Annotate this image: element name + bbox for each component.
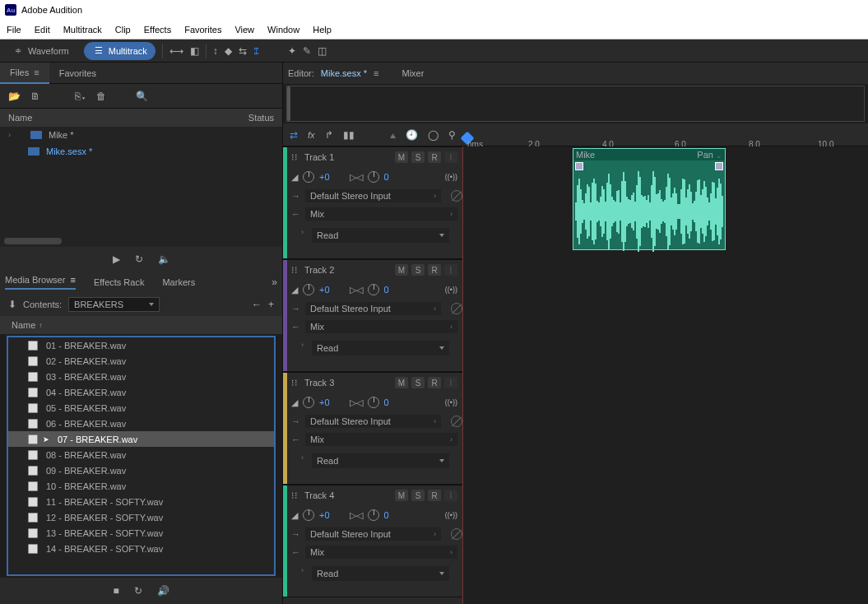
pan-value[interactable]: 0: [384, 285, 389, 295]
tool-time-select-icon[interactable]: Ɪ: [253, 45, 258, 57]
volume-knob[interactable]: [303, 284, 314, 295]
files-name-header[interactable]: Name Status: [0, 109, 282, 127]
a-icon[interactable]: ⟁: [390, 129, 396, 141]
input-dropdown[interactable]: Default Stereo Input›: [305, 415, 441, 428]
volume-knob[interactable]: [303, 171, 314, 183]
file-row-session[interactable]: Mike.sesx *: [0, 143, 282, 160]
timeline-overview[interactable]: [286, 86, 865, 122]
automation-dropdown[interactable]: Read: [312, 453, 449, 468]
browser-item[interactable]: 08 - BREAKER.wav: [8, 447, 274, 462]
track-header[interactable]: ⁝⁝ Track 2 M S R I ◢ +0 ▷◁ 0 ((•)) → Def…: [283, 259, 462, 372]
input-dropdown[interactable]: Default Stereo Input›: [305, 189, 441, 202]
media-browser-tab[interactable]: Media Browser ≡: [5, 275, 76, 290]
browser-item[interactable]: 09 - BREAKER.wav: [8, 462, 274, 478]
phase-icon[interactable]: [451, 416, 462, 427]
solo-button[interactable]: S: [411, 490, 425, 501]
pan-knob[interactable]: [368, 284, 379, 295]
chevron-right-icon[interactable]: ›: [301, 341, 304, 349]
contents-dropdown[interactable]: BREAKERS: [68, 297, 159, 312]
send-icon[interactable]: ↱: [325, 129, 333, 141]
volume-knob[interactable]: [303, 509, 314, 521]
track-header[interactable]: ⁝⁝ Track 4 M S R I ◢ +0 ▷◁ 0 ((•)) → Def…: [283, 485, 462, 597]
solo-button[interactable]: S: [411, 377, 425, 388]
panel-menu-icon[interactable]: ≡: [374, 68, 378, 78]
clock-icon[interactable]: 🕘: [406, 129, 418, 141]
file-row-parent[interactable]: › Mike *: [0, 127, 282, 143]
tool-hand-icon[interactable]: ⟷: [169, 45, 183, 57]
mixer-tab[interactable]: Mixer: [402, 68, 424, 78]
play-icon[interactable]: ▶: [113, 253, 120, 265]
volume-value[interactable]: +0: [319, 397, 330, 407]
autoplay2-icon[interactable]: 🔊: [157, 585, 169, 597]
search-icon[interactable]: 🔍: [136, 91, 148, 102]
stereo-icon[interactable]: ((•)): [445, 173, 457, 181]
volume-value[interactable]: +0: [319, 510, 330, 520]
pan-value[interactable]: 0: [384, 510, 389, 520]
stop-icon[interactable]: ■: [113, 585, 118, 597]
menu-help[interactable]: Help: [313, 25, 332, 35]
output-dropdown[interactable]: Mix›: [305, 546, 457, 559]
pan-knob[interactable]: [368, 509, 379, 521]
pan-value[interactable]: 0: [384, 397, 389, 407]
mute-button[interactable]: M: [395, 377, 408, 388]
track-name-label[interactable]: Track 4: [304, 490, 334, 500]
automation-dropdown[interactable]: Read: [312, 228, 449, 243]
editor-tab[interactable]: Editor: Mike.sesx * ≡: [288, 68, 378, 78]
menu-favorites[interactable]: Favorites: [184, 25, 221, 35]
stereo-icon[interactable]: ((•)): [445, 398, 457, 407]
automation-dropdown[interactable]: Read: [312, 566, 449, 581]
mute-button[interactable]: M: [395, 151, 408, 163]
browser-item[interactable]: 05 - BREAKER.wav: [8, 400, 274, 416]
record-button[interactable]: R: [428, 264, 441, 276]
track-header[interactable]: ⁝⁝ Track 3 M S R I ◢ +0 ▷◁ 0 ((•)) → Def…: [283, 372, 462, 485]
chevron-right-icon[interactable]: ›: [301, 566, 304, 574]
input-monitor-button[interactable]: I: [444, 151, 457, 163]
browser-name-header[interactable]: Name ↑: [0, 316, 282, 334]
input-monitor-button[interactable]: I: [444, 264, 457, 276]
tool-move-icon[interactable]: ↕: [213, 45, 218, 57]
input-dropdown[interactable]: Default Stereo Input›: [305, 302, 441, 315]
markers-tab[interactable]: Markers: [162, 277, 195, 287]
files-tab[interactable]: Files ≡: [0, 63, 49, 84]
tool-razor-icon[interactable]: ◆: [225, 45, 232, 57]
tool-slip-icon[interactable]: ⇆: [239, 45, 247, 57]
swap-icon[interactable]: ⇄: [290, 129, 298, 141]
eq-icon[interactable]: ▮▮: [343, 129, 355, 141]
output-dropdown[interactable]: Mix›: [305, 320, 457, 333]
track-header[interactable]: ⁝⁝ Track 1 M S R I ◢ +0 ▷◁ 0 ((•)) → Def…: [283, 146, 462, 259]
solo-button[interactable]: S: [411, 151, 425, 163]
tool-b-icon[interactable]: ◧: [190, 45, 199, 57]
menu-view[interactable]: View: [234, 25, 254, 35]
menu-window[interactable]: Window: [267, 25, 299, 35]
file-list-scrollbar[interactable]: [0, 235, 282, 247]
menu-edit[interactable]: Edit: [35, 25, 50, 35]
back-icon[interactable]: ←: [252, 299, 262, 310]
input-monitor-button[interactable]: I: [444, 490, 457, 501]
browser-item[interactable]: 14 - BREAKER - SOFTY.wav: [8, 541, 274, 556]
browser-item[interactable]: 01 - BREAKER.wav: [8, 337, 274, 353]
browser-item[interactable]: ➤07 - BREAKER.wav: [8, 431, 274, 447]
tool-brush-icon[interactable]: ✎: [303, 45, 311, 57]
tool-spot-heal-icon[interactable]: ✦: [288, 45, 296, 57]
effects-rack-tab[interactable]: Effects Rack: [94, 277, 145, 287]
stereo-icon[interactable]: ((•)): [445, 511, 457, 519]
track-name-label[interactable]: Track 1: [304, 152, 334, 162]
output-dropdown[interactable]: Mix›: [305, 433, 457, 446]
track-name-label[interactable]: Track 2: [304, 265, 334, 275]
disclosure-icon[interactable]: ›: [8, 131, 11, 139]
phase-icon[interactable]: [451, 303, 462, 314]
add-shortcut-icon[interactable]: +: [268, 299, 274, 310]
import-icon[interactable]: ⬇: [8, 299, 16, 310]
open-file-icon[interactable]: 📂: [8, 91, 21, 102]
volume-value[interactable]: +0: [319, 285, 330, 295]
browser-item[interactable]: 06 - BREAKER.wav: [8, 416, 274, 431]
browser-item[interactable]: 02 - BREAKER.wav: [8, 353, 274, 369]
track-name-label[interactable]: Track 3: [304, 378, 334, 388]
menu-clip[interactable]: Clip: [115, 25, 131, 35]
menu-effects[interactable]: Effects: [144, 25, 171, 35]
chevron-right-icon[interactable]: ›: [301, 453, 304, 462]
menu-file[interactable]: File: [7, 25, 21, 35]
menu-multitrack[interactable]: Multitrack: [63, 25, 102, 35]
snap-icon[interactable]: ◯: [428, 129, 439, 141]
grip-icon[interactable]: ⁝⁝: [291, 152, 298, 163]
